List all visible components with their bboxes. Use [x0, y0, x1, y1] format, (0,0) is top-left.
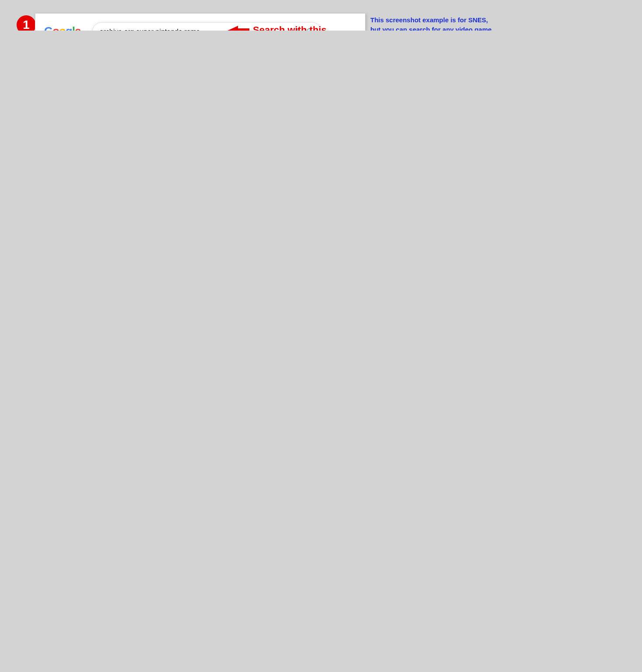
step-1-badge: 1	[17, 15, 36, 31]
side-note-1: This screenshot example is for SNES, but…	[370, 15, 497, 31]
google-logo: Google	[44, 24, 81, 31]
google-search-panel: Google ✕ 🎤 🔍 Search with this 🔍 All ▶ Vi…	[35, 13, 366, 31]
annotation-search-with-this: Search with this	[228, 24, 327, 31]
